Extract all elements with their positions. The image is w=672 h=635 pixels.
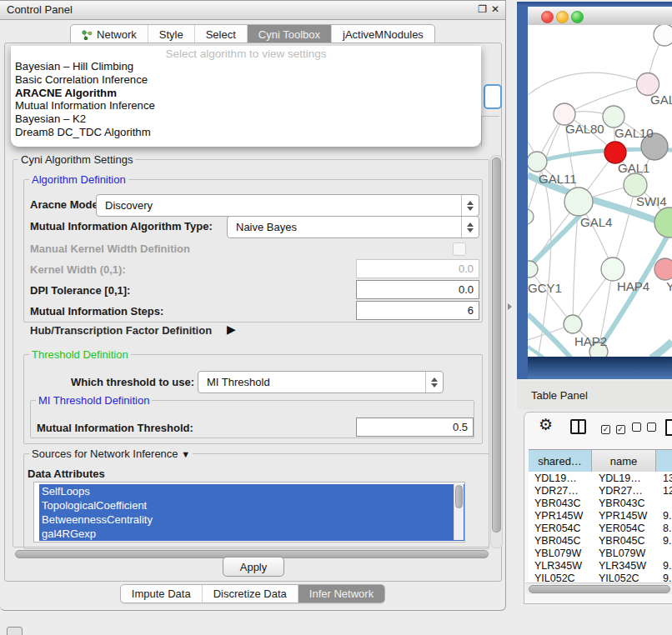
dropdown-item[interactable]: Bayesian – K2 (11, 112, 481, 126)
list-item[interactable]: BetweennessCentrality (39, 512, 464, 527)
node-label-gal10: GAL10 (614, 126, 654, 140)
list-scrollbar-track[interactable] (454, 483, 464, 540)
node-gal4[interactable] (564, 188, 593, 216)
control-panel-title: Control Panel (7, 3, 73, 16)
network-graph: GAL GAL80 GAL10 GAL1 GAL11 SWI4 GAL4 GCY… (528, 25, 672, 357)
table-row[interactable]: YDL19… YDL19… 13 (529, 472, 672, 484)
apply-button[interactable]: Apply (223, 557, 284, 577)
tab-network[interactable]: Network (71, 25, 148, 44)
kernel-width-label: Kernel Width (0,1): (30, 263, 126, 276)
tab-infer-network[interactable]: Infer Network (298, 585, 384, 602)
dropdown-item-selected[interactable]: ARACNE Algorithm (11, 87, 481, 100)
close-traffic-light[interactable] (541, 11, 554, 23)
table-row[interactable]: YBL079W YBL079W (529, 547, 672, 559)
column-header-partial[interactable] (656, 450, 672, 472)
dropdown-item[interactable]: Basic Correlation Inference (11, 73, 481, 87)
table-row[interactable]: YDR27… YDR27… 12 (529, 484, 672, 497)
table-row[interactable]: YIL052C YIL052C 9. (529, 572, 672, 583)
columns-icon[interactable] (570, 419, 586, 434)
cell: YPR145W (529, 510, 593, 522)
dropdown-item[interactable]: Bayesian – Hill Climbing (11, 60, 481, 73)
close-icon[interactable]: ✕ (491, 3, 499, 15)
node-label-gal1: GAL1 (618, 161, 649, 175)
stepper-icon (425, 372, 443, 392)
table-row[interactable]: YBR043C YBR043C (529, 497, 672, 509)
which-threshold-combo[interactable]: MI Threshold (198, 371, 444, 393)
cell: YDL19… (593, 472, 657, 484)
dropdown-item[interactable]: Mutual Information Inference (11, 99, 481, 112)
tab-cyni-toolbox[interactable]: Cyni Toolbox (247, 25, 331, 44)
gear-icon[interactable]: ⚙ (539, 416, 553, 432)
network-view-frame: GAL GAL80 GAL10 GAL1 GAL11 SWI4 GAL4 GCY… (517, 2, 672, 379)
mi-type-combo[interactable]: Naive Bayes (227, 216, 479, 238)
kernel-width-input[interactable]: 0.0 (356, 259, 479, 278)
column-header-shared-name[interactable]: shared… (529, 450, 592, 472)
node-pink-right[interactable] (654, 258, 672, 280)
cell: 9. (657, 535, 672, 547)
which-threshold-value: MI Threshold (198, 376, 425, 388)
clear-checks-icon[interactable] (632, 422, 656, 434)
network-tab-icon (82, 30, 93, 40)
list-item[interactable]: gal4RGexp (39, 527, 464, 541)
minimize-traffic-light[interactable] (556, 11, 569, 23)
settings-scrollbar-track[interactable] (490, 155, 503, 548)
tab-discretize-data-label: Discretize Data (213, 588, 287, 600)
panel-splitter-arrow-icon[interactable] (508, 303, 512, 310)
zoom-traffic-light[interactable] (571, 11, 584, 23)
select-all-checks-icon[interactable]: ✓ ✓ (601, 422, 625, 434)
settings-scrollbar-thumb[interactable] (492, 158, 501, 532)
mi-threshold-group-title: MI Threshold Definition (36, 394, 152, 407)
stepper-icon (461, 217, 479, 238)
node-gal1[interactable] (624, 173, 647, 197)
node-unlabeled-top[interactable] (654, 25, 672, 46)
manual-kernel-checkbox[interactable] (453, 242, 466, 256)
float-window-icon[interactable]: ❐ (478, 3, 487, 15)
mi-threshold-input[interactable]: 0.5 (356, 418, 474, 437)
table-row[interactable]: YLR345W YLR345W 9. (529, 559, 672, 572)
cell: YDL19… (529, 472, 593, 484)
node-swi4[interactable] (654, 208, 672, 238)
list-item[interactable]: TopologicalCoefficient (39, 498, 464, 512)
cyni-algorithm-settings-title: Cyni Algorithm Settings (18, 153, 135, 166)
node-hap4[interactable] (601, 258, 624, 281)
list-item[interactable]: SelfLoops (39, 484, 464, 498)
tab-impute-data[interactable]: Impute Data (121, 585, 202, 602)
dropdown-item[interactable]: Dream8 DC_TDC Algorithm (11, 126, 481, 139)
dpi-tolerance-input[interactable]: 0.0 (356, 280, 479, 299)
mi-steps-label: Mutual Information Steps: (30, 305, 163, 318)
tab-jactivemnodules[interactable]: jActiveMNodules (331, 25, 434, 44)
stepper-icon (461, 195, 479, 216)
aracne-mode-combo[interactable]: Discovery (96, 194, 479, 217)
node-gal11[interactable] (528, 152, 547, 172)
column-header-name[interactable]: name (592, 450, 656, 472)
tab-select[interactable]: Select (194, 25, 247, 44)
table-row[interactable]: YBR045C YBR045C 9. (529, 534, 672, 547)
mi-steps-value: 6 (468, 304, 474, 317)
list-scrollbar-thumb[interactable] (455, 485, 463, 508)
groupbox-fragment-line (481, 116, 482, 146)
sources-expanded-icon[interactable]: ▼ (181, 449, 190, 459)
table-hscrollbar-thumb[interactable] (529, 585, 670, 593)
table-hscrollbar-track[interactable] (525, 582, 672, 594)
tab-style[interactable]: Style (148, 25, 194, 44)
node-gal10[interactable] (603, 106, 624, 128)
tab-discretize-data[interactable]: Discretize Data (202, 585, 298, 602)
frame-bottom-border (528, 357, 672, 379)
node-hap2[interactable] (564, 315, 582, 333)
hub-expander-label[interactable]: Hub/Transcription Factor Definition (30, 324, 212, 337)
network-window-titlebar[interactable] (528, 7, 672, 26)
expander-collapsed-icon[interactable]: ▶ (227, 322, 236, 336)
aracne-mode-label: Aracne Mode: (30, 198, 102, 211)
manual-kernel-label: Manual Kernel Width Definition (30, 242, 190, 255)
node-gcy1[interactable] (528, 261, 538, 278)
data-attributes-list[interactable]: SelfLoops TopologicalCoefficient Between… (33, 482, 465, 542)
table-row[interactable]: YER054C YER054C 8. (529, 522, 672, 534)
aracne-mode-value: Discovery (97, 199, 461, 212)
node-label-hap4: HAP4 (617, 279, 649, 293)
node-left-partial[interactable] (528, 209, 534, 224)
new-table-icon[interactable] (665, 419, 672, 436)
network-canvas[interactable]: GAL GAL80 GAL10 GAL1 GAL11 SWI4 GAL4 GCY… (528, 25, 672, 357)
mi-steps-input[interactable]: 6 (356, 301, 479, 320)
table-row[interactable]: YPR145W YPR145W 9. (529, 509, 672, 522)
collapsed-panel-icon[interactable] (7, 627, 23, 635)
